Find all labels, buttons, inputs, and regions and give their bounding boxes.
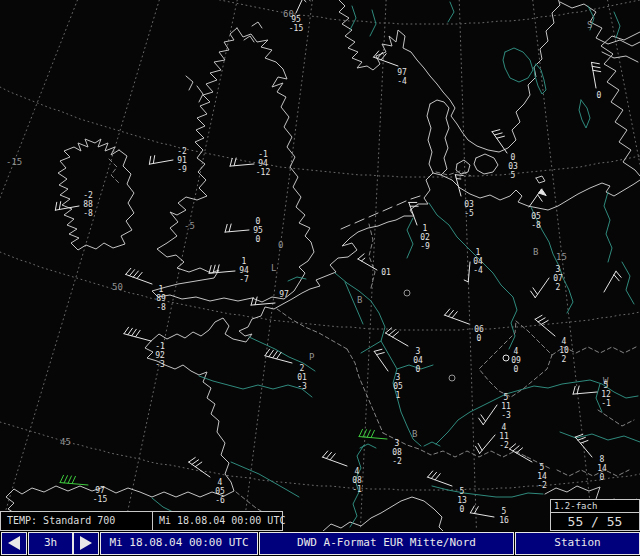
svg-text:09: 09 [511,356,521,365]
right-arrow-icon [80,536,92,550]
svg-text:-5: -5 [464,209,474,218]
zoom-factor-box: 1.2-fach [550,499,640,513]
svg-text:2: 2 [562,355,567,364]
svg-text:0: 0 [477,334,482,343]
svg-text:1: 1 [159,285,164,294]
svg-text:03: 03 [464,200,474,209]
svg-text:14: 14 [597,464,607,473]
svg-text:2: 2 [300,364,305,373]
svg-text:0: 0 [511,153,516,162]
svg-text:45: 45 [60,437,71,447]
svg-text:2: 2 [556,283,561,292]
svg-text:91: 91 [177,156,187,165]
svg-text:11: 11 [501,402,511,411]
svg-text:-3: -3 [155,360,165,369]
city-label: B [412,429,417,439]
svg-text:01: 01 [297,373,307,382]
svg-text:-8: -8 [531,221,541,230]
svg-text:05: 05 [393,382,403,391]
svg-text:88: 88 [83,200,93,209]
weather-map[interactable]: 60-15-50155045PBBBLWS95-1597-40003503-50… [0,0,640,532]
city-label: B [357,295,362,305]
svg-text:08: 08 [352,476,362,485]
layer-status-box: TEMP: Standard 700 [0,511,153,531]
svg-text:-2: -2 [537,481,547,490]
svg-text:5: 5 [540,463,545,472]
station-mode-button[interactable]: Station [515,532,640,555]
svg-text:12: 12 [601,390,611,399]
svg-text:92: 92 [155,351,165,360]
city-label: S [587,20,592,30]
svg-text:-1: -1 [601,399,611,408]
svg-text:5: 5 [460,487,465,496]
svg-text:0: 0 [597,91,602,100]
svg-text:0: 0 [278,240,283,250]
svg-text:-3: -3 [501,411,511,420]
weather-viewer-window: 60-15-50155045PBBBLWS95-1597-40003503-50… [0,0,640,556]
svg-text:13: 13 [457,496,467,505]
svg-text:-9: -9 [177,165,187,174]
svg-text:-15: -15 [6,157,22,167]
svg-text:0: 0 [256,235,261,244]
svg-text:5: 5 [502,507,507,516]
svg-text:04: 04 [413,356,423,365]
datetime-button[interactable]: Mi 18.08.04 00:00 UTC [100,532,258,555]
svg-text:03: 03 [508,162,518,171]
city-label: L [271,263,276,273]
svg-text:4: 4 [502,423,507,432]
svg-text:16: 16 [499,516,509,525]
svg-text:05: 05 [531,212,541,221]
svg-text:11: 11 [499,432,509,441]
svg-text:-8: -8 [156,303,166,312]
prev-time-button[interactable] [1,532,27,555]
svg-text:02: 02 [420,233,430,242]
svg-text:-2: -2 [392,457,402,466]
svg-text:04: 04 [473,257,483,266]
svg-text:50: 50 [112,282,123,292]
svg-text:08: 08 [392,448,402,457]
svg-text:1: 1 [396,391,401,400]
svg-text:-6: -6 [215,496,225,505]
svg-text:97: 97 [279,290,289,299]
svg-text:3: 3 [556,265,561,274]
map-canvas[interactable]: 60-15-50155045PBBBLWS95-1597-40003503-50… [0,0,640,532]
page-counter-box: 55 / 55 [550,512,640,531]
svg-text:-15: -15 [93,495,108,504]
svg-text:5: 5 [604,381,609,390]
svg-text:4: 4 [514,347,519,356]
svg-text:-1: -1 [352,485,362,494]
svg-text:0: 0 [460,505,465,514]
svg-text:-12: -12 [256,168,271,177]
svg-text:-2: -2 [499,441,509,450]
svg-text:06: 06 [474,325,484,334]
svg-text:89: 89 [156,294,166,303]
city-label: B [533,247,538,257]
svg-text:4: 4 [355,467,360,476]
bottom-toolbar: 3h Mi 18.08.04 00:00 UTC DWD A-Format EU… [0,531,640,556]
svg-text:-8: -8 [83,209,93,218]
svg-text:5: 5 [511,171,516,180]
svg-text:10: 10 [559,346,569,355]
time-step-button[interactable]: 3h [28,532,73,555]
svg-text:-15: -15 [289,24,304,33]
svg-text:1: 1 [242,257,247,266]
svg-text:94: 94 [258,159,268,168]
svg-text:01: 01 [381,268,391,277]
svg-text:-4: -4 [473,266,483,275]
svg-text:15: 15 [556,252,567,262]
svg-text:5: 5 [504,393,509,402]
svg-text:95: 95 [291,15,301,24]
left-arrow-icon [8,536,20,550]
next-time-button[interactable] [73,532,99,555]
svg-text:07: 07 [553,274,563,283]
svg-text:14: 14 [537,472,547,481]
svg-text:-3: -3 [297,382,307,391]
svg-text:0: 0 [600,473,605,482]
svg-text:97: 97 [95,486,105,495]
svg-text:0: 0 [256,217,261,226]
svg-text:3: 3 [416,347,421,356]
svg-text:-9: -9 [420,242,430,251]
chart-format-button[interactable]: DWD A-Format EUR Mitte/Nord [259,532,514,555]
svg-text:8: 8 [600,455,605,464]
svg-text:97: 97 [397,68,407,77]
